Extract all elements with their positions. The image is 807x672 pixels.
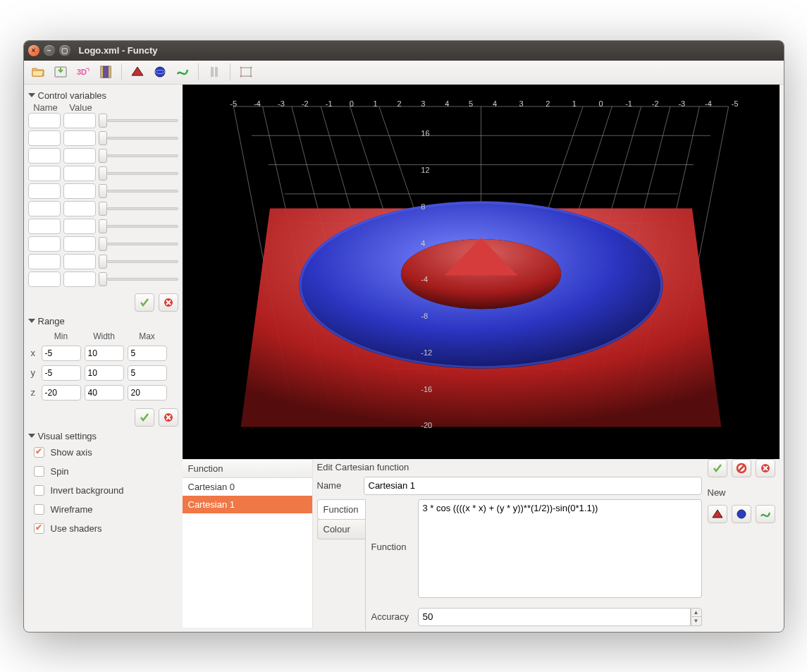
editor-accuracy-input[interactable] <box>418 608 691 626</box>
toolbar-pause-button[interactable] <box>204 62 224 82</box>
editor-name-input[interactable] <box>364 477 702 495</box>
ctrl-slider[interactable] <box>99 237 178 251</box>
tab-colour[interactable]: Colour <box>317 519 365 539</box>
control-variables-apply-button[interactable] <box>135 293 154 312</box>
function-editor: Edit Cartesian function Name Function Co… <box>313 459 702 628</box>
ctrl-slider[interactable] <box>99 131 178 145</box>
accuracy-step-up[interactable]: ▲ <box>691 608 702 617</box>
range-y-width-input[interactable] <box>85 365 124 381</box>
range-x-max-input[interactable] <box>128 346 167 361</box>
ctrl-name-input[interactable] <box>28 148 61 164</box>
toolbar-open-button[interactable] <box>28 62 48 82</box>
3d-viewport[interactable]: -5-4-3-2-101234543210-1-2-3-4-5161284-4-… <box>183 85 780 459</box>
range-z-min-input[interactable] <box>42 385 81 401</box>
show-axis-checkbox[interactable] <box>34 447 44 458</box>
ctrl-slider[interactable] <box>99 166 178 181</box>
window-maximize-button[interactable]: ▢ <box>59 45 70 56</box>
new-cartesian-button[interactable] <box>708 505 727 523</box>
function-list-item[interactable]: Cartesian 0 <box>183 478 312 496</box>
ctrl-slider[interactable] <box>99 219 178 233</box>
ctrl-name-input[interactable] <box>28 201 61 216</box>
ctrl-name-input[interactable] <box>28 219 61 234</box>
ctrl-name-input[interactable] <box>28 183 61 199</box>
editor-function-textarea[interactable] <box>418 499 702 598</box>
window-close-button[interactable]: × <box>28 45 39 56</box>
use-shaders-checkbox[interactable] <box>34 523 44 534</box>
ctrl-value-input[interactable] <box>63 130 96 146</box>
save-icon <box>53 64 68 80</box>
tab-function[interactable]: Function <box>317 499 365 520</box>
curve-icon <box>175 64 190 80</box>
function-list-item[interactable]: Cartesian 1 <box>183 496 312 513</box>
toolbar-export3d-button[interactable]: 3D <box>73 62 93 82</box>
new-curve-button[interactable] <box>756 505 775 523</box>
control-variables-cancel-button[interactable] <box>159 293 178 312</box>
ctrl-slider[interactable] <box>99 149 178 163</box>
toolbar-cartesian-button[interactable] <box>128 62 147 82</box>
spin-checkbox[interactable] <box>34 466 44 477</box>
range-z-width-input[interactable] <box>85 385 124 401</box>
control-variable-row <box>28 219 178 234</box>
folder-open-icon <box>30 64 46 80</box>
window-minimize-button[interactable]: – <box>44 45 55 56</box>
function-list-header[interactable]: Function <box>183 460 312 478</box>
axis-tick-label: 8 <box>421 202 425 211</box>
invert-bg-checkbox[interactable] <box>34 485 44 496</box>
ctrl-value-input[interactable] <box>63 148 96 164</box>
toolbar-spherical-button[interactable] <box>150 62 170 82</box>
invert-bg-option[interactable]: Invert background <box>28 481 178 500</box>
range-x-width-input[interactable] <box>85 346 124 361</box>
editor-accuracy-spinner[interactable]: ▲ ▼ <box>418 608 702 626</box>
spin-option[interactable]: Spin <box>28 462 178 481</box>
ctrl-slider[interactable] <box>99 202 178 216</box>
toolbar-curve-button[interactable] <box>173 62 192 82</box>
range-y-max-input[interactable] <box>128 365 167 381</box>
range-apply-button[interactable] <box>135 408 154 427</box>
range-header[interactable]: Range <box>28 313 178 328</box>
ctrl-value-input[interactable] <box>63 166 96 181</box>
range-x-min-input[interactable] <box>42 346 81 361</box>
editor-delete-button[interactable] <box>732 459 751 477</box>
invert-bg-label: Invert background <box>51 485 124 496</box>
accuracy-step-down[interactable]: ▼ <box>691 617 702 626</box>
wireframe-checkbox[interactable] <box>34 504 44 515</box>
svg-rect-8 <box>211 67 214 77</box>
ctrl-value-input[interactable] <box>63 219 96 234</box>
ctrl-value-input[interactable] <box>63 113 96 128</box>
axis-tick-label: -2 <box>652 99 659 108</box>
toolbar-export-anim-button[interactable] <box>96 62 116 82</box>
ctrl-name-input[interactable] <box>28 271 61 287</box>
new-spherical-button[interactable] <box>732 505 751 523</box>
ctrl-name-input[interactable] <box>28 236 61 252</box>
ctrl-name-input[interactable] <box>28 254 61 269</box>
left-panel: Control variables Name Value <box>24 85 183 632</box>
check-icon <box>712 463 723 474</box>
ctrl-slider[interactable] <box>99 272 178 286</box>
control-variables-header[interactable]: Control variables <box>28 87 178 102</box>
toolbar-save-button[interactable] <box>51 62 70 82</box>
ctrl-slider[interactable] <box>99 114 178 128</box>
ctrl-value-input[interactable] <box>63 183 96 199</box>
ctrl-slider[interactable] <box>99 255 178 269</box>
axis-tick-label: -4 <box>705 99 712 108</box>
ctrl-value-input[interactable] <box>63 271 96 287</box>
axis-tick-label: 12 <box>421 166 429 174</box>
range-cancel-button[interactable] <box>159 408 178 427</box>
editor-cancel-button[interactable] <box>756 459 775 477</box>
ctrl-value-input[interactable] <box>63 254 96 269</box>
show-axis-option[interactable]: Show axis <box>28 443 178 462</box>
ctrl-value-input[interactable] <box>63 201 96 216</box>
ctrl-name-input[interactable] <box>28 113 61 128</box>
ctrl-name-input[interactable] <box>28 166 61 181</box>
range-z-max-input[interactable] <box>128 385 167 401</box>
wireframe-option[interactable]: Wireframe <box>28 500 178 519</box>
ctrl-value-input[interactable] <box>63 236 96 252</box>
editor-apply-button[interactable] <box>708 459 727 477</box>
visual-settings-header[interactable]: Visual settings <box>28 428 178 443</box>
ctrl-name-input[interactable] <box>28 130 61 146</box>
use-shaders-option[interactable]: Use shaders <box>28 519 178 538</box>
range-y-min-input[interactable] <box>42 365 81 381</box>
ctrl-slider[interactable] <box>99 184 178 198</box>
toolbar-fullscreen-button[interactable] <box>236 62 256 82</box>
range-min-header: Min <box>41 331 82 342</box>
